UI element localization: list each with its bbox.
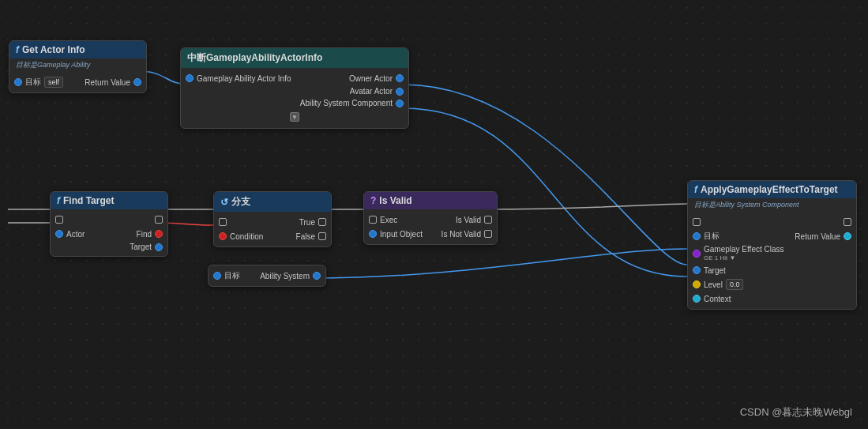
port-exec-in-isvalid[interactable]	[369, 216, 377, 224]
port-row-abs: Ability System Component	[181, 97, 408, 109]
port-context-in[interactable]	[693, 295, 701, 303]
port-abs-target-in[interactable]	[213, 272, 221, 280]
node-subtitle: 目标是Gameplay Ability	[9, 58, 146, 72]
port-isnotvalid-out[interactable]	[484, 230, 492, 238]
port-row-target-apply: 目标 Return Value	[688, 229, 856, 243]
node-body: 目标 self Return Value	[9, 72, 146, 92]
port-row-actor-find: Actor Find	[51, 227, 167, 241]
port-exec-in-branch[interactable]	[219, 218, 227, 226]
find-target-node[interactable]: f Find Target Actor Find Target	[50, 191, 168, 257]
node-title-apply: ApplyGameplayEffectToTarget	[701, 184, 838, 195]
watermark: CSDN @暮志未晚Webgl	[740, 405, 852, 420]
port-exec-in-find[interactable]	[55, 216, 63, 224]
node-title-branch: 分支	[231, 195, 250, 209]
port-row-level: Level 0.0	[688, 277, 856, 292]
port-avatar-actor-out[interactable]	[396, 88, 404, 96]
port-row-avatar: Avatar Actor	[181, 85, 408, 97]
node-header-isvalid: ? Is Valid	[364, 192, 497, 209]
port-return-apply-out[interactable]	[844, 232, 851, 240]
apply-effect-node[interactable]: f ApplyGameplayEffectToTarget 目标是Ability…	[687, 180, 857, 310]
port-row-ge-class: Gameplay Effect Class GE 1 Hit ▼	[688, 243, 856, 263]
port-row-cond: Condition False	[214, 229, 331, 243]
node-body-branch: True Condition False	[214, 212, 331, 246]
node-header-apply: f ApplyGameplayEffectToTarget	[688, 181, 856, 198]
port-target-apply-in[interactable]	[693, 232, 701, 240]
node-header-branch: ↺ 分支	[214, 192, 331, 212]
node-title-find: Find Target	[63, 195, 114, 206]
port-condition-in[interactable]	[219, 232, 227, 240]
node-title-isvalid: Is Valid	[379, 195, 411, 206]
port-isvalid-out[interactable]	[484, 216, 492, 224]
port-ge-class-in[interactable]	[693, 250, 701, 258]
port-row-target-apply2: Target	[688, 263, 856, 277]
port-target-out[interactable]	[155, 243, 163, 251]
port-row-context: Context	[688, 292, 856, 306]
port-exec-out-find[interactable]	[155, 216, 163, 224]
node-subtitle-apply: 目标是Ability System Component	[688, 198, 856, 212]
port-abs-out[interactable]	[313, 272, 321, 280]
branch-node[interactable]: ↺ 分支 True Condition False	[213, 191, 332, 247]
port-owner-actor-out[interactable]	[396, 74, 404, 82]
is-valid-node[interactable]: ? Is Valid Exec Is Valid Input Object	[363, 191, 498, 245]
get-actor-info-node[interactable]: f Get Actor Info 目标是Gameplay Ability 目标 …	[9, 40, 147, 93]
node-title-break: 中断GameplayAbilityActorInfo	[187, 51, 322, 65]
node-body-break: Gameplay Ability Actor Info Owner Actor …	[181, 68, 408, 128]
node-body-isvalid: Exec Is Valid Input Object Is Not Valid	[364, 209, 497, 244]
port-level-in[interactable]	[693, 280, 701, 288]
port-return-out[interactable]	[133, 78, 141, 86]
port-row-abs-node: 目标 Ability System	[209, 269, 325, 283]
ability-system-node[interactable]: 目标 Ability System	[208, 265, 326, 287]
node-body-find: Actor Find Target	[51, 209, 167, 256]
port-false-out[interactable]	[318, 232, 326, 240]
port-actor-in[interactable]	[55, 230, 63, 238]
port-row-exec-apply	[688, 215, 856, 229]
port-row-exec-find	[51, 213, 167, 227]
port-row-target: 目标 self Return Value	[9, 75, 146, 89]
node-header-break: 中断GameplayAbilityActorInfo	[181, 48, 408, 68]
node-header-find-target: f Find Target	[51, 192, 167, 209]
port-row-input-obj: Input Object Is Not Valid	[364, 227, 497, 241]
node-header-get-actor-info: f Get Actor Info	[9, 41, 146, 58]
blueprint-canvas: f Get Actor Info 目标是Gameplay Ability 目标 …	[0, 0, 868, 429]
port-exec-in-apply[interactable]	[693, 218, 701, 226]
node-title: Get Actor Info	[22, 44, 85, 55]
port-row-gabi: Gameplay Ability Actor Info Owner Actor	[181, 71, 408, 85]
port-true-out[interactable]	[318, 218, 326, 226]
port-target-in[interactable]	[14, 78, 22, 86]
port-row-exec-isvalid: Exec Is Valid	[364, 213, 497, 227]
break-gameplay-node[interactable]: 中断GameplayAbilityActorInfo Gameplay Abil…	[180, 47, 409, 129]
port-target2-in[interactable]	[693, 266, 701, 274]
node-body-apply: 目标 Return Value Gameplay Effect Class GE…	[688, 212, 856, 309]
port-gabi-in[interactable]	[186, 74, 194, 82]
expand-button[interactable]: ▼	[290, 112, 299, 122]
port-row-exec-branch: True	[214, 215, 331, 229]
func-prefix: f	[16, 44, 19, 55]
port-input-obj-in[interactable]	[369, 230, 377, 238]
port-abs-comp-out[interactable]	[396, 100, 404, 107]
port-row-target-find: Target	[51, 241, 167, 253]
node-body-abs: 目标 Ability System	[209, 265, 325, 286]
port-exec-out-apply[interactable]	[844, 218, 851, 226]
port-find-out[interactable]	[155, 230, 163, 238]
